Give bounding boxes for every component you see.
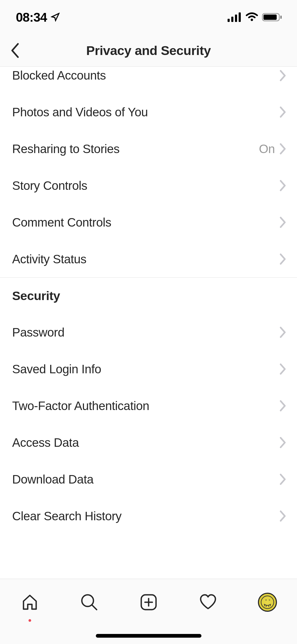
row-password[interactable]: Password <box>0 314 297 351</box>
row-label: Blocked Accounts <box>12 68 106 82</box>
row-value: On <box>259 142 275 156</box>
row-label: Two-Factor Authentication <box>12 399 149 413</box>
cellular-signal-icon <box>228 12 242 22</box>
row-right <box>280 400 286 412</box>
svg-line-9 <box>92 605 97 610</box>
row-right <box>280 437 286 448</box>
row-right <box>280 217 286 228</box>
svg-rect-3 <box>235 15 237 22</box>
row-label: Story Controls <box>12 178 87 193</box>
row-label: Clear Search History <box>12 509 121 523</box>
chevron-left-icon <box>10 42 20 59</box>
row-label: Download Data <box>12 472 93 486</box>
notification-dot <box>29 619 31 622</box>
search-icon <box>80 593 99 612</box>
row-resharing-to-stories[interactable]: Resharing to Stories On <box>0 130 297 167</box>
chevron-right-icon <box>280 326 286 338</box>
nav-create[interactable] <box>135 589 162 615</box>
section-header-security: Security <box>0 277 297 314</box>
chevron-right-icon <box>280 143 286 155</box>
chevron-right-icon <box>280 510 286 522</box>
chevron-right-icon <box>280 217 286 228</box>
status-time: 08:34 <box>16 10 47 25</box>
row-right <box>280 326 286 338</box>
chevron-right-icon <box>280 363 286 375</box>
row-clear-search-history[interactable]: Clear Search History <box>0 498 297 534</box>
row-photos-videos-of-you[interactable]: Photos and Videos of You <box>0 94 297 130</box>
header-bar: Privacy and Security <box>0 34 297 67</box>
status-bar: 08:34 <box>0 0 297 34</box>
svg-marker-0 <box>52 13 59 21</box>
row-download-data[interactable]: Download Data <box>0 461 297 498</box>
profile-avatar-icon: ✕ ✕ <box>258 593 277 612</box>
chevron-right-icon <box>280 180 286 191</box>
row-label: Saved Login Info <box>12 362 101 376</box>
svg-point-13 <box>261 596 274 609</box>
nav-profile[interactable]: ✕ ✕ <box>254 589 281 615</box>
home-indicator[interactable] <box>96 634 201 638</box>
svg-text:✕: ✕ <box>268 599 271 601</box>
content-area: Blocked Accounts Photos and Videos of Yo… <box>0 67 297 579</box>
chevron-right-icon <box>280 437 286 448</box>
nav-search[interactable] <box>76 589 102 615</box>
status-left: 08:34 <box>16 10 60 25</box>
location-icon <box>51 13 60 22</box>
row-activity-status[interactable]: Activity Status <box>0 241 297 277</box>
page-title: Privacy and Security <box>0 43 297 58</box>
row-right <box>280 473 286 485</box>
row-right <box>280 363 286 375</box>
chevron-right-icon <box>280 400 286 412</box>
svg-text:✕: ✕ <box>265 599 267 601</box>
nav-activity[interactable] <box>195 589 221 615</box>
chevron-right-icon <box>280 106 286 118</box>
row-story-controls[interactable]: Story Controls <box>0 167 297 204</box>
row-access-data[interactable]: Access Data <box>0 424 297 461</box>
svg-rect-7 <box>280 16 282 19</box>
row-saved-login-info[interactable]: Saved Login Info <box>0 351 297 387</box>
svg-rect-1 <box>228 19 230 22</box>
wifi-icon <box>246 12 258 22</box>
svg-rect-4 <box>239 12 241 22</box>
row-label: Photos and Videos of You <box>12 105 148 119</box>
row-label: Access Data <box>12 435 79 450</box>
row-right <box>280 510 286 522</box>
svg-rect-6 <box>263 15 277 20</box>
row-label: Resharing to Stories <box>12 142 120 156</box>
plus-square-icon <box>139 593 158 612</box>
section-title: Security <box>12 288 60 303</box>
chevron-right-icon <box>280 253 286 265</box>
nav-home[interactable] <box>17 589 43 615</box>
row-right <box>280 253 286 265</box>
heart-icon <box>199 593 218 612</box>
row-right <box>280 180 286 191</box>
row-right <box>280 68 286 81</box>
row-right <box>280 106 286 118</box>
status-right <box>228 12 282 22</box>
svg-rect-2 <box>231 17 233 22</box>
row-label: Password <box>12 325 64 339</box>
back-button[interactable] <box>8 44 21 57</box>
chevron-right-icon <box>280 70 286 81</box>
row-label: Comment Controls <box>12 215 111 229</box>
battery-icon <box>262 12 282 22</box>
row-blocked-accounts[interactable]: Blocked Accounts <box>0 67 297 94</box>
home-icon <box>20 593 39 612</box>
row-label: Activity Status <box>12 252 86 266</box>
chevron-right-icon <box>280 473 286 485</box>
row-comment-controls[interactable]: Comment Controls <box>0 204 297 241</box>
row-right: On <box>259 142 286 156</box>
row-two-factor-auth[interactable]: Two-Factor Authentication <box>0 387 297 424</box>
